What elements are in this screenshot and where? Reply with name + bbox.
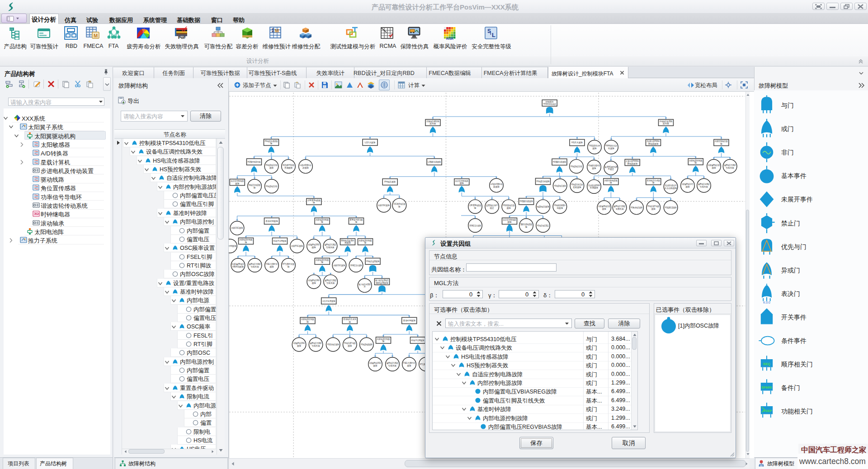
svg-text:否侧故障: 否侧故障: [284, 166, 293, 169]
svg-text:路失效: 路失效: [430, 122, 436, 125]
svg-text:测电路故障: 测电路故障: [648, 142, 659, 145]
svg-text:4G校平设置故障: 4G校平设置故障: [274, 239, 287, 243]
svg-text:PH电压故障: PH电压故障: [384, 180, 396, 183]
svg-text:电源电压故障: 电源电压故障: [537, 205, 549, 208]
svg-text:大压差检测故障: 大压差检测故障: [322, 300, 335, 303]
svg-text:i: i: [490, 31, 491, 36]
svg-text:障: 障: [321, 220, 323, 223]
svg-text:HS电压监测故障: HS电压监测故障: [366, 260, 379, 263]
svg-text:HS电源电压故障: HS电源电压故障: [554, 184, 566, 188]
svg-text:进故障: 进故障: [302, 166, 309, 169]
svg-text:故障: 故障: [712, 166, 716, 169]
svg-text:故障: 故障: [269, 166, 274, 169]
svg-text:HS电源电路故障: HS电源电路故障: [361, 343, 373, 346]
svg-text:错误监测故障: 错误监测故障: [376, 281, 388, 285]
svg-text:差: 差: [363, 286, 366, 288]
svg-text:故障: 故障: [407, 364, 411, 367]
svg-text:障: 障: [364, 241, 367, 244]
svg-text:反合合线故障: 反合合线故障: [665, 187, 677, 190]
svg-text:HS基准电压故障: HS基准电压故障: [327, 343, 339, 346]
svg-text:HS集成电压故障: HS集成电压故障: [631, 206, 642, 209]
svg-text:故障: 故障: [269, 265, 274, 268]
svg-text:障: 障: [313, 201, 315, 204]
svg-text:故障: 故障: [685, 185, 690, 188]
svg-text:故障: 故障: [348, 344, 352, 347]
svg-text:内部OSC故障: 内部OSC故障: [378, 204, 390, 207]
svg-text:障: 障: [695, 161, 697, 164]
svg-text:障: 障: [398, 205, 401, 208]
svg-text:障: 障: [382, 340, 385, 342]
svg-text:HS电压电压跟踪: HS电压电压跟踪: [537, 225, 549, 227]
svg-text:HS预驱动器故障: HS预驱动器故障: [520, 200, 533, 203]
svg-text:障: 障: [355, 220, 358, 223]
svg-text:障: 障: [610, 181, 612, 184]
svg-text:故障: 故障: [297, 344, 302, 347]
svg-text:路失效: 路失效: [663, 122, 669, 125]
svg-text:障: 障: [474, 206, 476, 209]
svg-text:内部PSC故障: 内部PSC故障: [291, 244, 303, 248]
svg-text:M: M: [275, 28, 279, 33]
svg-text:300锁定安全故障: 300锁定安全故障: [469, 224, 481, 227]
svg-text:K:0:0: K:0:0: [763, 301, 770, 304]
svg-text:L3预驱动器故障: L3预驱动器故障: [428, 160, 441, 164]
svg-text:故障: 故障: [602, 207, 607, 211]
svg-text:障: 障: [652, 181, 655, 184]
svg-text:HS电源电压跌落: HS电源电压跌落: [266, 185, 278, 188]
svg-text:故障: 故障: [507, 206, 511, 210]
svg-text:障: 障: [525, 225, 528, 228]
svg-text:故障: 故障: [312, 281, 316, 285]
svg-text:故障: 故障: [592, 147, 597, 150]
svg-text:M: M: [94, 33, 98, 38]
svg-text:障: 障: [321, 261, 324, 263]
svg-text:障: 障: [245, 241, 247, 244]
svg-text:基准时钟故障: 基准时钟故障: [403, 319, 415, 322]
svg-text:变更故障: 变更故障: [572, 186, 581, 189]
svg-text:SEQ: SEQ: [763, 362, 770, 366]
svg-text:内部OSC故障: 内部OSC故障: [231, 226, 243, 230]
svg-text:VBIAS故障: VBIAS故障: [232, 265, 244, 268]
svg-text:PoF: PoF: [178, 35, 186, 40]
svg-text:故障: 故障: [651, 207, 656, 211]
svg-text:RISK: RISK: [446, 37, 454, 40]
svg-text:障: 障: [720, 142, 722, 145]
svg-text:4G校平设置故障: 4G校平设置故障: [411, 339, 425, 342]
svg-text:HS电源电压跌落: HS电源电压跌落: [571, 165, 582, 168]
svg-text:效: 效: [349, 321, 351, 323]
svg-text:测电路故障: 测电路故障: [627, 162, 637, 165]
svg-text:检测故障: 检测故障: [590, 186, 599, 189]
svg-text:HS电源负载故障: HS电源负载故障: [537, 180, 550, 183]
svg-text:TPS54310低电压: TPS54310低电压: [543, 103, 556, 105]
svg-text:HS预驱动器故障: HS预驱动器故障: [553, 160, 566, 164]
svg-text:故障: 故障: [373, 364, 377, 367]
svg-text:或故障: 或故障: [557, 206, 563, 210]
svg-text:内部OSC故障: 内部OSC故障: [333, 264, 345, 267]
svg-text:故障: 故障: [592, 167, 596, 170]
svg-text:Σ: Σ: [272, 28, 274, 33]
svg-text:SPARE: SPARE: [761, 386, 772, 389]
svg-text:故障: 故障: [311, 246, 316, 249]
svg-text:基准时钟故障: 基准时钟故障: [229, 244, 236, 248]
svg-text:故障: 故障: [460, 182, 464, 185]
svg-text:障: 障: [307, 320, 309, 323]
svg-text:HS开关故障: HS开关故障: [571, 141, 583, 144]
svg-text:基准时钟故障: 基准时钟故障: [265, 220, 278, 223]
svg-text:HS预控制器失效: HS预控制器失效: [248, 160, 261, 164]
svg-text:障: 障: [270, 142, 273, 145]
svg-text:不稳定: 不稳定: [608, 168, 614, 171]
svg-text:障: 障: [254, 186, 256, 189]
svg-text:故障: 故障: [507, 220, 512, 224]
svg-text:L2开关故障: L2开关故障: [365, 141, 376, 144]
svg-text:故障: 故障: [235, 182, 240, 185]
svg-text:专脚失效: 专脚失效: [615, 207, 624, 210]
svg-text:测故障: 测故障: [344, 241, 351, 244]
svg-text:路故障: 路故障: [493, 185, 500, 188]
svg-text:300锁定安全故障: 300锁定安全故障: [350, 264, 362, 267]
svg-text:L: L: [492, 32, 495, 38]
svg-text:HS稳调压源故障: HS稳调压源故障: [665, 206, 677, 209]
svg-text:性故障: 性故障: [608, 147, 614, 150]
svg-text:障: 障: [288, 265, 290, 268]
